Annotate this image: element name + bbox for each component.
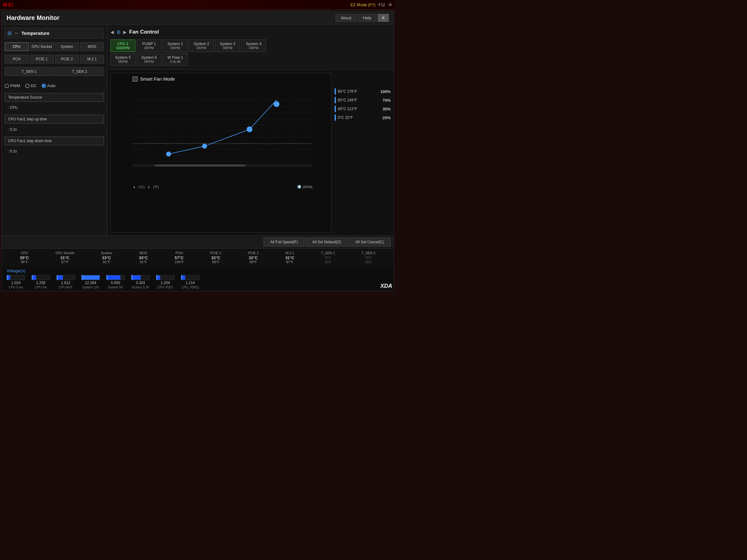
close-window-button[interactable]: X [378,14,389,22]
fan-sys6-btn[interactable]: System 6 0RPM [137,53,161,65]
fan-step-up-button[interactable]: CPU Fan1 step up time [5,115,104,124]
voltage-cpu-core-bar-container [6,275,25,280]
scale-bar-100 [335,88,336,95]
smart-fan-title-area: Smart Fan Mode [133,76,312,81]
all-full-speed-button[interactable]: All Full Speed(F) [264,238,304,246]
voltage-sys12v-value: 12.264 [85,281,97,285]
scale-temps-35: 45°C 113°F [338,107,381,111]
fan-sys2-btn[interactable]: System 2 0RPM [189,39,214,52]
temp-btn-m21[interactable]: M.2 1 [80,55,104,63]
fan-sys3-label: System 3 [220,42,235,46]
fan-cpu1-btn[interactable]: CPU 1 500RPM [110,39,135,52]
fan-sys4-btn[interactable]: System 4 0RPM [241,39,266,52]
fan-wflow1-btn[interactable]: W Flow 1 0.0L/M [163,53,188,65]
voltage-cpu-vddq-fill [182,275,185,280]
temp-readout-m21: M.2 1 31°C 87°F [285,251,294,264]
temp-btn-cpu[interactable]: CPU [5,42,29,51]
fan-step-down-button[interactable]: CPU Fan1 step down time [5,137,104,145]
temp-icon: ⊞ [7,30,11,36]
fan-curve-chart[interactable]: 100/212 90/194 80/176 70/158 60/140 50/1… [133,84,312,184]
fan-sys6-rpm: 0RPM [141,60,157,63]
topbar-f12[interactable]: F12 [379,3,385,7]
nav-arrow-left[interactable]: ◀ [110,30,114,34]
temp-readout-tsen1-label: T_SEN 1 [321,251,335,255]
temp-source-button[interactable]: Temperature Source [5,93,104,102]
scale-pct-100: 100% [380,89,391,94]
all-set-cancel-button[interactable]: All Set Cancel(C) [349,238,391,246]
temp-readout-tsen2-label: T_SEN 2 [361,251,376,255]
voltage-sys12v-fill [83,275,100,280]
temp-readout-cpusocket-c: 31°C [55,256,74,260]
voltage-cpu-vddq-bar-container [181,275,200,280]
nav-arrow-right[interactable]: ▶ [123,30,127,34]
smart-fan-checkbox[interactable] [133,77,137,81]
scale-row-35: 45°C 113°F 35% [335,106,391,112]
temp-readout-tsen2-f: N/A [361,260,376,264]
auto-radio[interactable]: Auto [42,83,56,88]
voltage-sys5v-bar-container [106,275,125,280]
temp-readout-cpu-label: CPU [20,251,29,255]
curve-point-1[interactable] [166,152,171,156]
ez-mode-label[interactable]: EZ Mode (F7) [351,2,376,7]
temp-readout-m21-label: M.2 1 [285,251,294,255]
voltage-sys33v-bar-container [131,275,150,280]
temp-btn-tsen2[interactable]: T_SEN 2 [55,67,104,76]
temp-btn-system[interactable]: System [55,42,79,51]
pwm-label: PWM [10,83,20,88]
voltage-sys5v-fill [108,275,121,280]
voltage-sys33v: 3.324 System 3.3V [131,275,150,289]
temp-btn-cpu-socket[interactable]: CPU Socket [30,42,54,51]
scale-row-100: 80°C 176°F 100% [335,88,391,95]
pwm-radio-circle [5,84,9,88]
curve-point-4[interactable] [274,101,279,107]
temp-readout-mos-c: 33°C [139,256,148,260]
voltage-sys5v-value: 5.050 [111,281,120,285]
dc-radio[interactable]: DC [25,83,37,88]
fan-pump1-btn[interactable]: PUMP 1 0RPM [137,39,161,52]
voltage-cpu-sa: 1.256 CPU SA [31,275,50,289]
temp-readout-system: System 33°C 91°F [101,251,112,264]
pwm-radio[interactable]: PWM [5,83,20,88]
all-set-default-button[interactable]: All Set Default(D) [306,238,348,246]
fan-control-header: ◀ ⚙ ▶ Fan Control [110,27,391,37]
temp-header-title: Temperature [22,30,50,36]
fan-pump1-rpm: 0RPM [141,46,157,50]
temp-readout-mos: MOS 33°C 91°F [139,251,148,264]
curve-point-2[interactable] [202,144,207,149]
voltage-cpu-aux-name: CPU AUX [59,286,73,289]
voltage-cpu-core: 1.024 CPU Core [6,275,25,289]
scale-bar-35 [335,106,336,112]
scale-row-20: 0°C 32°F 20% [335,114,391,121]
voltage-cpu-vdd2-value: 1.204 [161,281,170,285]
temp-btn-pcie1[interactable]: PCIE 1 [30,55,54,63]
about-button[interactable]: About [336,14,357,22]
temp-readout-cpusocket: CPU Socket 31°C 87°F [55,251,74,264]
temp-btn-mos[interactable]: MOS [80,42,104,51]
temp-readout-system-c: 33°C [101,256,112,260]
voltage-cpu-core-fill [8,275,10,280]
temp-readout-pch-label: PCH [175,251,184,255]
temp-readout-tsen1-f: N/A [321,260,335,264]
fan-icon: ⚙ [117,29,121,35]
topbar-close-icon[interactable]: ✕ [388,2,392,8]
temp-source-grid-1: CPU CPU Socket System MOS [5,42,104,51]
voltage-sys33v-fill [133,275,141,280]
scale-temps-100: 80°C 176°F [338,89,379,94]
temp-btn-pch[interactable]: PCH [5,55,29,63]
legend-right: 💨 (RPM) [297,185,312,189]
fan-sys5-btn[interactable]: System 5 0RPM [110,53,135,65]
window-titlebar: Hardware Monitor About Help X [2,11,394,25]
curve-point-3[interactable] [247,127,252,132]
chart-container: Smart Fan Mode [110,73,332,232]
fan-wflow1-label: W Flow 1 [168,55,183,60]
fan-control-title: Fan Control [129,29,159,35]
dc-label: DC [31,83,37,88]
voltage-cpu-vdd2: 1.204 CPU VDD2 [156,275,175,289]
fan-sys3-btn[interactable]: System 3 0RPM [215,39,240,52]
help-button[interactable]: Help [358,14,377,22]
fan-sys1-btn[interactable]: System 1 0RPM [163,39,188,52]
temp-btn-tsen1[interactable]: T_SEN 1 [5,67,54,76]
scale-temps-20: 0°C 32°F [338,115,381,120]
temp-btn-pcie2[interactable]: PCIE 2 [55,55,79,63]
fan-tabs-area: ◀ ⚙ ▶ Fan Control CPU 1 500RPM PUMP 1 0R… [107,25,394,70]
